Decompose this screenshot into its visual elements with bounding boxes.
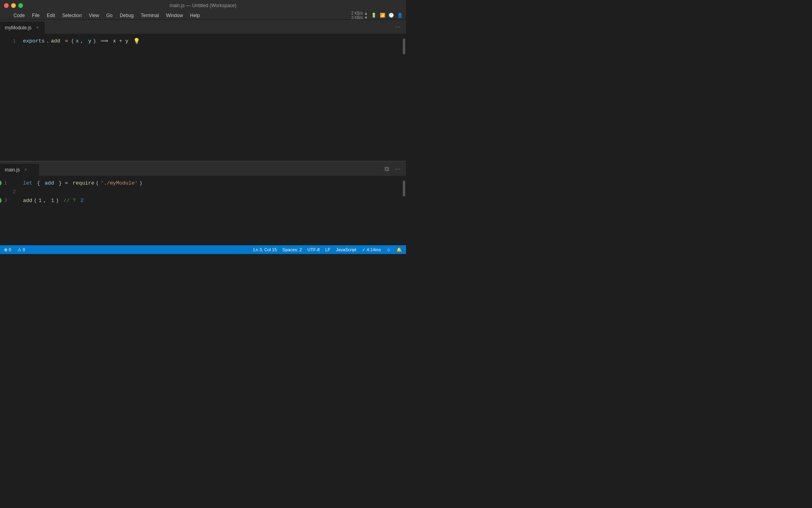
bottom-editor-pane: main.js × ⧉ ··· 1 2 3 bbox=[0, 162, 406, 245]
editor-container: myModule.js × ··· 1 exports.add = (x, y)… bbox=[0, 20, 406, 245]
clock-icon: 🕐 bbox=[389, 13, 394, 18]
errors-count[interactable]: ⊗ 0 bbox=[4, 247, 11, 252]
menu-help[interactable]: Help bbox=[187, 12, 203, 19]
top-line-num-1: 1 bbox=[4, 37, 16, 46]
cursor-position[interactable]: Ln 3, Col 15 bbox=[253, 247, 277, 252]
bottom-tab-mainjs[interactable]: main.js × bbox=[0, 163, 40, 176]
bottom-more-icon[interactable]: ··· bbox=[394, 165, 402, 173]
menu-code[interactable]: Code bbox=[10, 12, 28, 19]
minimize-button[interactable] bbox=[11, 3, 16, 8]
top-code-line-1: exports.add = (x, y) ⟹ x + y 💡 bbox=[23, 37, 399, 46]
status-bar-right: Ln 3, Col 15 Spaces: 2 UTF-8 LF JavaScri… bbox=[253, 247, 402, 252]
wifi-icon: 📶 bbox=[380, 13, 385, 18]
status-bar: ⊗ 0 ⚠ 0 Ln 3, Col 15 Spaces: 2 UTF-8 LF … bbox=[0, 245, 406, 254]
exports-keyword: exports bbox=[23, 37, 45, 46]
menu-edit[interactable]: Edit bbox=[44, 12, 58, 19]
bottom-scrollbar[interactable] bbox=[402, 179, 406, 242]
top-tab-close[interactable]: × bbox=[34, 25, 40, 31]
line-ending[interactable]: LF bbox=[325, 247, 330, 252]
top-code-area: 1 exports.add = (x, y) ⟹ x + y 💡 bbox=[0, 34, 406, 161]
split-editor-icon[interactable]: ⧉ bbox=[383, 165, 391, 173]
top-scrollbar[interactable] bbox=[402, 37, 406, 158]
menu-debug[interactable]: Debug bbox=[117, 12, 137, 19]
encoding[interactable]: UTF-8 bbox=[307, 247, 320, 252]
bottom-line-num-2: 2 bbox=[13, 189, 16, 195]
menu-bar-right: 2 KB/s ▲3 KB/s ▼ 🔋 📶 🕐 👤 bbox=[351, 11, 403, 20]
timing: ✓ 4.14ms bbox=[362, 247, 381, 252]
language-mode[interactable]: JavaScript bbox=[336, 247, 356, 252]
bottom-line-numbers: 1 2 3 bbox=[0, 179, 20, 242]
top-tab-bar-right: ··· bbox=[394, 20, 406, 34]
menu-bar: Code File Edit Selection View Go Debug T… bbox=[0, 11, 406, 20]
bottom-scrollbar-thumb[interactable] bbox=[403, 181, 405, 196]
bottom-code-line-1: let { add } = require('./myModule') bbox=[23, 179, 399, 188]
lightbulb-icon[interactable]: 💡 bbox=[133, 37, 140, 46]
bottom-tab-bar: main.js × ⧉ ··· bbox=[0, 162, 406, 176]
maximize-button[interactable] bbox=[18, 3, 23, 8]
top-tab-label: myModule.js bbox=[5, 25, 31, 31]
bottom-code-content[interactable]: let { add } = require('./myModule') add(… bbox=[20, 179, 402, 242]
top-scrollbar-thumb[interactable] bbox=[403, 38, 405, 54]
menu-window[interactable]: Window bbox=[163, 12, 186, 19]
user-icon: 👤 bbox=[397, 13, 403, 18]
bottom-line-num-3: 3 bbox=[4, 196, 7, 205]
bottom-tab-close[interactable]: × bbox=[23, 167, 29, 173]
bottom-line-num-1: 1 bbox=[4, 179, 7, 188]
menu-selection[interactable]: Selection bbox=[59, 12, 85, 19]
top-editor-pane: myModule.js × ··· 1 exports.add = (x, y)… bbox=[0, 20, 406, 161]
bottom-code-area: 1 2 3 let { add } = require('./myModule'… bbox=[0, 176, 406, 245]
bottom-code-line-2 bbox=[23, 188, 399, 196]
top-code-content[interactable]: exports.add = (x, y) ⟹ x + y 💡 bbox=[20, 37, 402, 158]
bell-icon[interactable]: 🔔 bbox=[396, 247, 402, 252]
window-title: main.js — Untitled (Workspace) bbox=[170, 3, 237, 8]
warnings-count[interactable]: ⚠ 0 bbox=[17, 247, 25, 252]
menu-terminal[interactable]: Terminal bbox=[138, 12, 162, 19]
battery-icon: 🔋 bbox=[371, 13, 377, 18]
bottom-code-line-3: add(1, 1) // ? 2 bbox=[23, 196, 399, 205]
top-tab-bar: myModule.js × ··· bbox=[0, 20, 406, 34]
top-line-numbers: 1 bbox=[0, 37, 20, 158]
menu-file[interactable]: File bbox=[29, 12, 43, 19]
top-tab-mymodule[interactable]: myModule.js × bbox=[0, 21, 45, 34]
bottom-tab-bar-right: ⧉ ··· bbox=[383, 162, 406, 176]
top-more-icon[interactable]: ··· bbox=[394, 23, 402, 31]
add-func-name: add bbox=[51, 37, 60, 46]
close-button[interactable] bbox=[4, 3, 9, 8]
let-keyword: let bbox=[23, 179, 32, 188]
network-speed: 2 KB/s ▲3 KB/s ▼ bbox=[351, 11, 368, 20]
traffic-lights bbox=[4, 3, 23, 8]
apple-menu[interactable] bbox=[3, 15, 10, 16]
menu-view[interactable]: View bbox=[86, 12, 102, 19]
indentation[interactable]: Spaces: 2 bbox=[282, 247, 302, 252]
bottom-tab-label: main.js bbox=[5, 167, 20, 173]
menu-go[interactable]: Go bbox=[103, 12, 116, 19]
smiley-icon[interactable]: ☺ bbox=[387, 247, 391, 252]
title-bar: main.js — Untitled (Workspace) bbox=[0, 0, 406, 11]
